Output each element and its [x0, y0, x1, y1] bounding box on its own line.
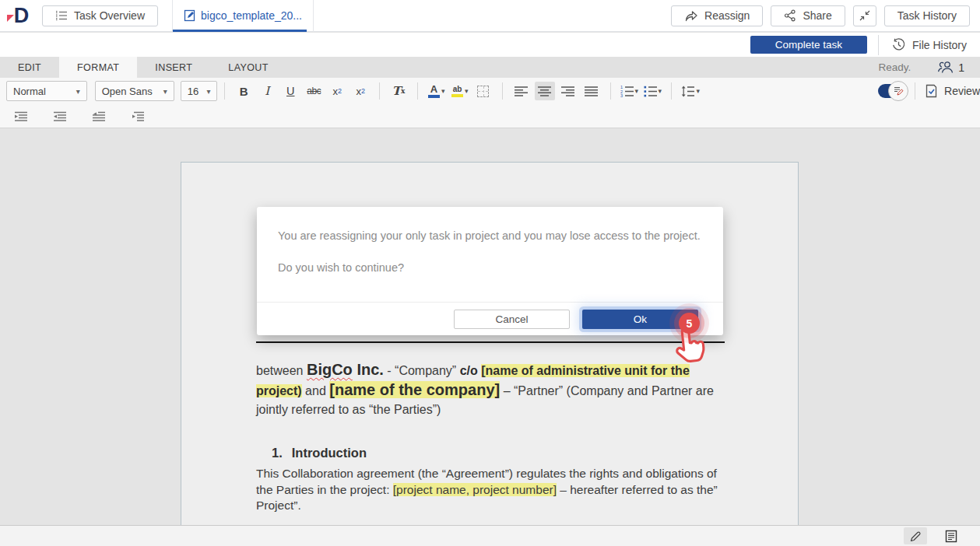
text-segment: - “Company” [384, 364, 460, 377]
bullet-list-button[interactable]: ▾ [642, 82, 662, 100]
highlight-color-bar [451, 94, 463, 97]
review-button[interactable]: Review [925, 84, 980, 98]
font-size-value: 16 [188, 86, 198, 97]
bold-button[interactable]: B [234, 82, 254, 100]
text-segment: between [256, 364, 307, 377]
share-button[interactable]: Share [771, 5, 845, 26]
increase-indent-button[interactable] [50, 107, 70, 125]
chevron-down-icon: ▾ [206, 87, 210, 96]
divider [878, 35, 879, 55]
collaborators-indicator[interactable]: 1 [937, 61, 964, 74]
share-label: Share [803, 9, 831, 22]
highlight-letters: ab [453, 86, 462, 93]
text-segment: BigCo [307, 361, 353, 378]
tab-format[interactable]: FORMAT [59, 57, 137, 78]
chevron-down-icon: ▾ [441, 87, 445, 95]
ordered-list-icon: 1 2 3 [620, 86, 634, 97]
cancel-button[interactable]: Cancel [454, 310, 570, 329]
line-spacing-button[interactable]: ▾ [680, 82, 701, 100]
edit-mode-button[interactable] [904, 527, 927, 544]
subscript-sub: 2 [361, 87, 365, 95]
align-left-button[interactable] [511, 82, 532, 100]
document-paragraph-1[interactable]: between BigCo Inc. - “Company” c/o [name… [256, 360, 725, 419]
hanging-indent-button[interactable] [128, 107, 148, 125]
document-tab-label: bigco_template_20... [201, 9, 302, 22]
logo-letter: D [14, 4, 29, 28]
hanging-indent-icon [131, 111, 145, 121]
borders-button[interactable] [473, 82, 494, 100]
chevron-down-icon: ▾ [696, 87, 700, 95]
file-history-button[interactable]: File History [890, 37, 968, 52]
menu-bar: EDIT FORMAT INSERT LAYOUT Ready. 1 [0, 57, 980, 78]
status-text: Ready. [878, 61, 911, 73]
review-doc-check-icon [925, 84, 938, 98]
document-tab[interactable]: bigco_template_20... [172, 0, 314, 32]
numbered-list-icon [55, 10, 68, 21]
strikethrough-button[interactable]: abc [304, 82, 324, 100]
align-center-button[interactable] [535, 82, 555, 100]
highlight-color-button[interactable]: ab ▾ [450, 82, 470, 100]
decrease-indent-button[interactable] [11, 107, 31, 125]
divider [417, 82, 418, 100]
italic-button[interactable]: I [257, 82, 277, 100]
app-window: D Task Overview bigco_template_20. [0, 0, 980, 546]
text-segment: [project name, project number] [393, 483, 557, 496]
text-segment: c/o [460, 364, 482, 377]
divider [915, 82, 915, 100]
dialog-message: You are reassigning your only task in pr… [278, 229, 702, 242]
heading-number: 1. [272, 446, 283, 460]
file-history-label: File History [912, 39, 967, 51]
align-left-icon [515, 86, 528, 96]
edit-document-icon [184, 9, 196, 22]
divider [671, 82, 672, 100]
superscript-button[interactable]: x2 [327, 82, 347, 100]
increase-indent-icon [53, 111, 67, 121]
divider [502, 82, 503, 100]
divider [224, 82, 225, 100]
font-color-button[interactable]: A ▾ [427, 82, 447, 100]
align-right-icon [561, 86, 574, 96]
chevron-down-icon: ▾ [163, 87, 167, 96]
divider [610, 82, 611, 100]
font-size-select[interactable]: 16 ▾ [181, 81, 218, 101]
paragraph-style-select[interactable]: Normal ▾ [6, 81, 87, 101]
underline-button[interactable]: U [280, 82, 300, 100]
clear-format-x: x [401, 87, 405, 95]
decrease-indent-icon [14, 111, 28, 121]
text-segment: [name of the company] [329, 381, 500, 398]
chevron-down-icon: ▾ [465, 87, 469, 95]
top-bar-actions: Reassign Share [671, 5, 980, 26]
task-overview-button[interactable]: Task Overview [42, 5, 158, 26]
task-overview-label: Task Overview [74, 9, 145, 22]
forward-arrow-icon [684, 9, 698, 22]
align-justify-button[interactable] [581, 82, 602, 100]
tab-insert[interactable]: INSERT [137, 57, 210, 78]
font-family-value: Open Sans [102, 86, 153, 97]
collapse-view-button[interactable] [853, 5, 876, 26]
font-family-select[interactable]: Open Sans ▾ [95, 81, 174, 101]
task-history-label: Task History [897, 9, 957, 22]
paragraph-style-value: Normal [13, 86, 46, 97]
tab-edit[interactable]: EDIT [0, 57, 59, 78]
svg-text:3: 3 [620, 93, 623, 97]
text-segment: Inc. [353, 361, 384, 378]
clear-formatting-button[interactable]: Tx [388, 82, 409, 100]
page-view-button[interactable] [940, 527, 963, 544]
app-logo: D [0, 4, 42, 28]
task-history-button[interactable]: Task History [884, 5, 970, 26]
document-heading[interactable]: 1.Introduction [256, 446, 725, 460]
review-mode-toggle[interactable] [878, 81, 902, 101]
document-paragraph-2[interactable]: This Collaboration agreement (the “Agree… [256, 466, 725, 514]
reassign-button[interactable]: Reassign [671, 5, 763, 26]
font-color-bar [428, 95, 440, 98]
ribbon-row-2 [0, 104, 980, 128]
tab-layout[interactable]: LAYOUT [210, 57, 286, 78]
chevron-down-icon: ▾ [659, 87, 662, 95]
subscript-button[interactable]: x2 [350, 82, 371, 100]
top-bar: D Task Overview bigco_template_20. [0, 0, 980, 32]
numbered-list-button[interactable]: 1 2 3 ▾ [619, 82, 639, 100]
complete-task-button[interactable]: Complete task [750, 36, 867, 54]
step-number-badge: 5 [679, 313, 700, 334]
align-right-button[interactable] [558, 82, 578, 100]
first-line-indent-button[interactable] [89, 107, 109, 125]
